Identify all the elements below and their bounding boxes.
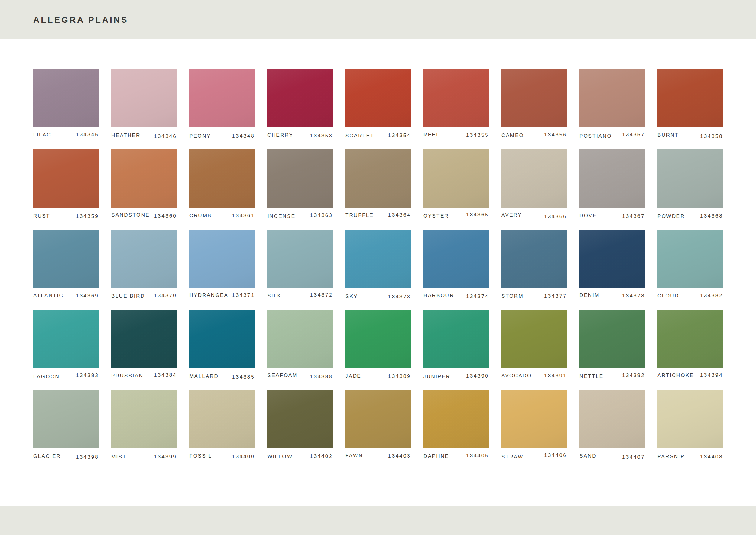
color-swatch bbox=[189, 390, 255, 448]
swatch-code: 134406 bbox=[544, 452, 567, 459]
color-swatch bbox=[111, 390, 177, 448]
swatch-label: STRAW 134406 bbox=[501, 453, 567, 459]
swatch-name: STORM bbox=[501, 293, 524, 299]
color-swatch bbox=[658, 69, 723, 127]
color-swatch bbox=[580, 310, 645, 368]
swatch-card-mallard: MALLARD 134385 bbox=[189, 310, 255, 379]
swatch-card-crumb: CRUMB 134361 bbox=[189, 150, 255, 218]
swatch-card-fawn: FAWN 134403 bbox=[345, 390, 411, 459]
swatch-code: 134394 bbox=[700, 372, 723, 378]
color-swatch bbox=[267, 150, 333, 208]
swatch-code: 134390 bbox=[466, 373, 489, 379]
swatch-card-artichoke: ARTICHOKE 134394 bbox=[658, 310, 723, 379]
swatch-card-dove: DOVE 134367 bbox=[580, 150, 645, 218]
swatch-name: BURNT bbox=[658, 132, 679, 138]
swatch-name: ARTICHOKE bbox=[658, 373, 694, 379]
swatch-card-oyster: OYSTER 134365 bbox=[423, 150, 489, 218]
swatch-name: DENIM bbox=[580, 292, 600, 298]
swatch-label: JADE 134389 bbox=[345, 373, 411, 379]
color-swatch bbox=[189, 150, 255, 208]
color-swatch bbox=[580, 69, 645, 127]
swatch-grid: LILAC 134345 HEATHER 134346 PEONY 134348… bbox=[33, 69, 723, 459]
swatch-name: INCENSE bbox=[267, 213, 295, 219]
swatch-card-straw: STRAW 134406 bbox=[501, 390, 567, 459]
swatch-label: POWDER 134368 bbox=[658, 213, 723, 219]
swatch-code: 134378 bbox=[622, 293, 645, 299]
swatch-code: 134382 bbox=[700, 293, 723, 299]
color-swatch bbox=[423, 390, 489, 448]
swatch-code: 134346 bbox=[154, 133, 177, 139]
swatch-card-cloud: CLOUD 134382 bbox=[658, 230, 723, 299]
color-swatch bbox=[423, 69, 489, 127]
color-swatch bbox=[111, 69, 177, 127]
swatch-card-denim: DENIM 134378 bbox=[580, 230, 645, 299]
swatch-label: SCARLET 134354 bbox=[345, 132, 411, 139]
swatch-card-sky: SKY 134373 bbox=[345, 230, 411, 299]
swatch-code: 134361 bbox=[232, 213, 255, 219]
color-swatch bbox=[189, 69, 255, 127]
swatch-code: 134370 bbox=[154, 293, 177, 299]
swatch-card-blue-bird: BLUE BIRD 134370 bbox=[111, 230, 177, 299]
swatch-code: 134400 bbox=[232, 454, 255, 460]
swatch-card-incense: INCENSE 134363 bbox=[267, 150, 333, 218]
swatch-label: MIST 134399 bbox=[111, 453, 177, 459]
swatch-label: SILK 134372 bbox=[267, 293, 333, 299]
swatch-code: 134353 bbox=[310, 133, 333, 139]
swatch-code: 134366 bbox=[544, 213, 567, 220]
swatch-label: ARTICHOKE 134394 bbox=[658, 373, 723, 379]
swatch-card-avocado: AVOCADO 134391 bbox=[501, 310, 567, 379]
swatch-label: CAMEO 134356 bbox=[501, 132, 567, 139]
swatch-code: 134364 bbox=[388, 212, 411, 218]
swatch-card-juniper: JUNIPER 134390 bbox=[423, 310, 489, 379]
swatch-name: JADE bbox=[345, 373, 361, 379]
swatch-code: 134367 bbox=[622, 213, 645, 219]
swatch-card-harbour: HARBOUR 134374 bbox=[423, 230, 489, 299]
swatch-code: 134383 bbox=[76, 373, 99, 379]
header-band: ALLEGRA PLAINS bbox=[0, 0, 756, 39]
color-swatch bbox=[501, 310, 567, 368]
color-swatch bbox=[580, 150, 645, 208]
swatch-label: ATLANTIC 134369 bbox=[33, 293, 99, 299]
swatch-name: REEF bbox=[423, 132, 440, 138]
swatch-name: SILK bbox=[267, 293, 281, 299]
swatch-name: SCARLET bbox=[345, 133, 374, 139]
color-swatch bbox=[345, 69, 411, 127]
swatch-code: 134384 bbox=[154, 372, 177, 378]
swatch-label: SANDSTONE 134360 bbox=[111, 213, 177, 219]
swatch-name: SAND bbox=[580, 453, 597, 459]
swatch-code: 134354 bbox=[388, 132, 411, 139]
swatch-label: HYDRANGEA 134371 bbox=[189, 293, 255, 299]
color-swatch bbox=[189, 230, 255, 288]
color-swatch bbox=[267, 69, 333, 127]
swatch-code: 134377 bbox=[544, 293, 567, 299]
swatch-label: BLUE BIRD 134370 bbox=[111, 293, 177, 299]
color-swatch bbox=[267, 310, 333, 368]
color-swatch bbox=[345, 390, 411, 448]
color-swatch bbox=[33, 390, 99, 448]
swatch-card-scarlet: SCARLET 134354 bbox=[345, 69, 411, 138]
swatch-label: SAND 134407 bbox=[580, 453, 645, 459]
swatch-code: 134392 bbox=[622, 373, 645, 379]
swatch-label: CLOUD 134382 bbox=[658, 293, 723, 299]
swatch-name: LAGOON bbox=[33, 374, 60, 380]
swatch-label: STORM 134377 bbox=[501, 293, 567, 299]
swatch-code: 134391 bbox=[544, 373, 567, 379]
color-swatch bbox=[423, 230, 489, 288]
swatch-label: RUST 134359 bbox=[33, 213, 99, 219]
swatch-name: PARSNIP bbox=[658, 454, 685, 460]
swatch-name: CRUMB bbox=[189, 213, 212, 219]
color-swatch bbox=[33, 230, 99, 288]
swatch-code: 134371 bbox=[232, 292, 255, 298]
swatch-card-cameo: CAMEO 134356 bbox=[501, 69, 567, 138]
swatch-name: SEAFOAM bbox=[267, 373, 298, 379]
swatch-card-fossil: FOSSIL 134400 bbox=[189, 390, 255, 459]
swatch-name: HYDRANGEA bbox=[189, 292, 228, 298]
swatch-code: 134388 bbox=[310, 374, 333, 380]
swatch-name: FOSSIL bbox=[189, 453, 212, 459]
swatch-label: GLACIER 134398 bbox=[33, 453, 99, 459]
swatch-card-hydrangea: HYDRANGEA 134371 bbox=[189, 230, 255, 299]
swatch-card-sandstone: SANDSTONE 134360 bbox=[111, 150, 177, 218]
color-swatch bbox=[345, 310, 411, 368]
swatch-label: INCENSE 134363 bbox=[267, 213, 333, 219]
swatch-card-truffle: TRUFFLE 134364 bbox=[345, 150, 411, 218]
